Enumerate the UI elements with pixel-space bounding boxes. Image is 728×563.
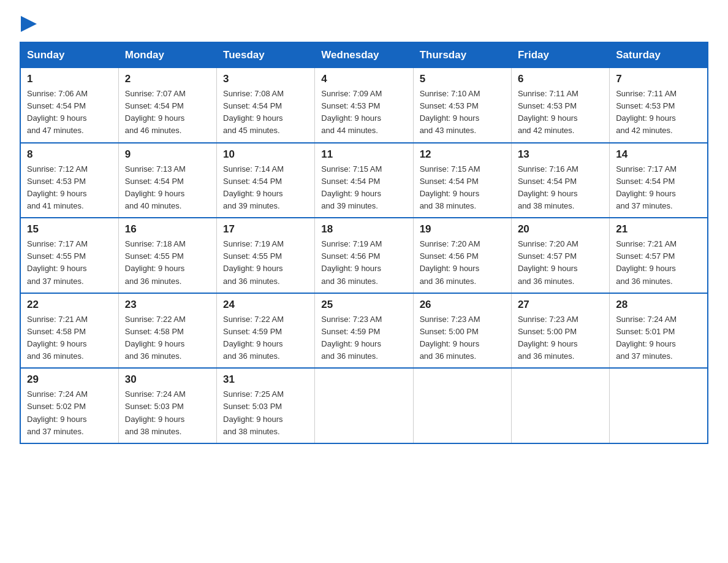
day-info: Sunrise: 7:11 AM Sunset: 4:53 PM Dayligh…: [616, 88, 701, 137]
calendar-cell: 23 Sunrise: 7:22 AM Sunset: 4:58 PM Dayl…: [118, 293, 216, 369]
day-info: Sunrise: 7:18 AM Sunset: 4:55 PM Dayligh…: [125, 238, 210, 288]
calendar-week-row: 8 Sunrise: 7:12 AM Sunset: 4:53 PM Dayli…: [20, 143, 708, 218]
day-number: 21: [616, 223, 701, 236]
weekday-header-wednesday: Wednesday: [315, 42, 413, 68]
calendar-cell: [511, 368, 609, 443]
day-info: Sunrise: 7:11 AM Sunset: 4:53 PM Dayligh…: [518, 88, 603, 137]
page-header: [20, 15, 708, 29]
day-info: Sunrise: 7:20 AM Sunset: 4:57 PM Dayligh…: [518, 238, 603, 288]
calendar-week-row: 1 Sunrise: 7:06 AM Sunset: 4:54 PM Dayli…: [20, 68, 708, 143]
calendar-cell: 15 Sunrise: 7:17 AM Sunset: 4:55 PM Dayl…: [20, 218, 118, 293]
day-info: Sunrise: 7:25 AM Sunset: 5:03 PM Dayligh…: [223, 388, 308, 438]
day-number: 23: [125, 299, 210, 311]
calendar-cell: 1 Sunrise: 7:06 AM Sunset: 4:54 PM Dayli…: [20, 68, 118, 143]
calendar-table: SundayMondayTuesdayWednesdayThursdayFrid…: [20, 42, 708, 444]
calendar-cell: 25 Sunrise: 7:23 AM Sunset: 4:59 PM Dayl…: [315, 293, 413, 369]
day-number: 2: [125, 73, 210, 85]
calendar-week-row: 15 Sunrise: 7:17 AM Sunset: 4:55 PM Dayl…: [20, 218, 708, 293]
day-number: 1: [27, 73, 112, 85]
day-info: Sunrise: 7:24 AM Sunset: 5:01 PM Dayligh…: [616, 313, 701, 363]
calendar-cell: 22 Sunrise: 7:21 AM Sunset: 4:58 PM Dayl…: [20, 293, 118, 369]
logo-arrow-icon: [21, 16, 37, 32]
day-info: Sunrise: 7:07 AM Sunset: 4:54 PM Dayligh…: [125, 88, 210, 137]
weekday-header-thursday: Thursday: [413, 42, 511, 68]
day-info: Sunrise: 7:24 AM Sunset: 5:03 PM Dayligh…: [125, 388, 210, 438]
calendar-cell: [315, 368, 413, 443]
day-number: 28: [616, 299, 701, 311]
calendar-cell: 29 Sunrise: 7:24 AM Sunset: 5:02 PM Dayl…: [20, 368, 118, 443]
day-number: 14: [616, 148, 701, 161]
calendar-cell: 6 Sunrise: 7:11 AM Sunset: 4:53 PM Dayli…: [511, 68, 609, 143]
calendar-cell: 4 Sunrise: 7:09 AM Sunset: 4:53 PM Dayli…: [315, 68, 413, 143]
calendar-cell: 19 Sunrise: 7:20 AM Sunset: 4:56 PM Dayl…: [413, 218, 511, 293]
day-number: 3: [223, 73, 308, 85]
day-number: 12: [420, 148, 505, 161]
svg-marker-0: [21, 16, 37, 32]
calendar-cell: 14 Sunrise: 7:17 AM Sunset: 4:54 PM Dayl…: [610, 143, 708, 218]
day-number: 4: [321, 73, 406, 85]
day-info: Sunrise: 7:21 AM Sunset: 4:58 PM Dayligh…: [27, 313, 112, 363]
calendar-cell: 8 Sunrise: 7:12 AM Sunset: 4:53 PM Dayli…: [20, 143, 118, 218]
calendar-cell: 24 Sunrise: 7:22 AM Sunset: 4:59 PM Dayl…: [217, 293, 315, 369]
day-info: Sunrise: 7:22 AM Sunset: 4:58 PM Dayligh…: [125, 313, 210, 363]
day-info: Sunrise: 7:19 AM Sunset: 4:55 PM Dayligh…: [223, 238, 308, 288]
day-number: 5: [420, 73, 505, 85]
day-info: Sunrise: 7:14 AM Sunset: 4:54 PM Dayligh…: [223, 163, 308, 213]
weekday-header-sunday: Sunday: [20, 42, 118, 68]
day-number: 25: [321, 299, 406, 311]
calendar-cell: 16 Sunrise: 7:18 AM Sunset: 4:55 PM Dayl…: [118, 218, 216, 293]
calendar-cell: [610, 368, 708, 443]
day-info: Sunrise: 7:23 AM Sunset: 5:00 PM Dayligh…: [518, 313, 603, 363]
day-number: 20: [518, 223, 603, 236]
calendar-cell: 21 Sunrise: 7:21 AM Sunset: 4:57 PM Dayl…: [610, 218, 708, 293]
calendar-cell: 20 Sunrise: 7:20 AM Sunset: 4:57 PM Dayl…: [511, 218, 609, 293]
day-number: 19: [420, 223, 505, 236]
day-number: 17: [223, 223, 308, 236]
day-info: Sunrise: 7:17 AM Sunset: 4:54 PM Dayligh…: [616, 163, 701, 213]
weekday-header-tuesday: Tuesday: [217, 42, 315, 68]
day-number: 24: [223, 299, 308, 311]
weekday-header-saturday: Saturday: [610, 42, 708, 68]
logo: [20, 15, 37, 29]
day-number: 11: [321, 148, 406, 161]
day-number: 31: [223, 373, 308, 386]
day-info: Sunrise: 7:20 AM Sunset: 4:56 PM Dayligh…: [420, 238, 505, 288]
calendar-cell: 31 Sunrise: 7:25 AM Sunset: 5:03 PM Dayl…: [217, 368, 315, 443]
calendar-cell: 18 Sunrise: 7:19 AM Sunset: 4:56 PM Dayl…: [315, 218, 413, 293]
day-number: 27: [518, 299, 603, 311]
calendar-cell: 26 Sunrise: 7:23 AM Sunset: 5:00 PM Dayl…: [413, 293, 511, 369]
day-number: 15: [27, 223, 112, 236]
calendar-cell: 5 Sunrise: 7:10 AM Sunset: 4:53 PM Dayli…: [413, 68, 511, 143]
calendar-cell: 12 Sunrise: 7:15 AM Sunset: 4:54 PM Dayl…: [413, 143, 511, 218]
day-info: Sunrise: 7:10 AM Sunset: 4:53 PM Dayligh…: [420, 88, 505, 137]
day-info: Sunrise: 7:13 AM Sunset: 4:54 PM Dayligh…: [125, 163, 210, 213]
day-number: 8: [27, 148, 112, 161]
day-info: Sunrise: 7:21 AM Sunset: 4:57 PM Dayligh…: [616, 238, 701, 288]
calendar-week-row: 22 Sunrise: 7:21 AM Sunset: 4:58 PM Dayl…: [20, 293, 708, 369]
day-number: 22: [27, 299, 112, 311]
calendar-cell: 7 Sunrise: 7:11 AM Sunset: 4:53 PM Dayli…: [610, 68, 708, 143]
day-info: Sunrise: 7:15 AM Sunset: 4:54 PM Dayligh…: [420, 163, 505, 213]
calendar-cell: 13 Sunrise: 7:16 AM Sunset: 4:54 PM Dayl…: [511, 143, 609, 218]
day-info: Sunrise: 7:23 AM Sunset: 4:59 PM Dayligh…: [321, 313, 406, 363]
day-number: 9: [125, 148, 210, 161]
day-number: 26: [420, 299, 505, 311]
calendar-cell: 11 Sunrise: 7:15 AM Sunset: 4:54 PM Dayl…: [315, 143, 413, 218]
day-number: 29: [27, 373, 112, 386]
calendar-cell: 3 Sunrise: 7:08 AM Sunset: 4:54 PM Dayli…: [217, 68, 315, 143]
day-info: Sunrise: 7:09 AM Sunset: 4:53 PM Dayligh…: [321, 88, 406, 137]
day-number: 18: [321, 223, 406, 236]
day-info: Sunrise: 7:22 AM Sunset: 4:59 PM Dayligh…: [223, 313, 308, 363]
calendar-week-row: 29 Sunrise: 7:24 AM Sunset: 5:02 PM Dayl…: [20, 368, 708, 443]
calendar-cell: 10 Sunrise: 7:14 AM Sunset: 4:54 PM Dayl…: [217, 143, 315, 218]
calendar-cell: 30 Sunrise: 7:24 AM Sunset: 5:03 PM Dayl…: [118, 368, 216, 443]
day-number: 7: [616, 73, 701, 85]
day-number: 6: [518, 73, 603, 85]
calendar-header-row: SundayMondayTuesdayWednesdayThursdayFrid…: [20, 42, 708, 68]
day-number: 16: [125, 223, 210, 236]
day-info: Sunrise: 7:12 AM Sunset: 4:53 PM Dayligh…: [27, 163, 112, 213]
calendar-cell: 9 Sunrise: 7:13 AM Sunset: 4:54 PM Dayli…: [118, 143, 216, 218]
day-number: 10: [223, 148, 308, 161]
day-info: Sunrise: 7:06 AM Sunset: 4:54 PM Dayligh…: [27, 88, 112, 137]
calendar-cell: 2 Sunrise: 7:07 AM Sunset: 4:54 PM Dayli…: [118, 68, 216, 143]
